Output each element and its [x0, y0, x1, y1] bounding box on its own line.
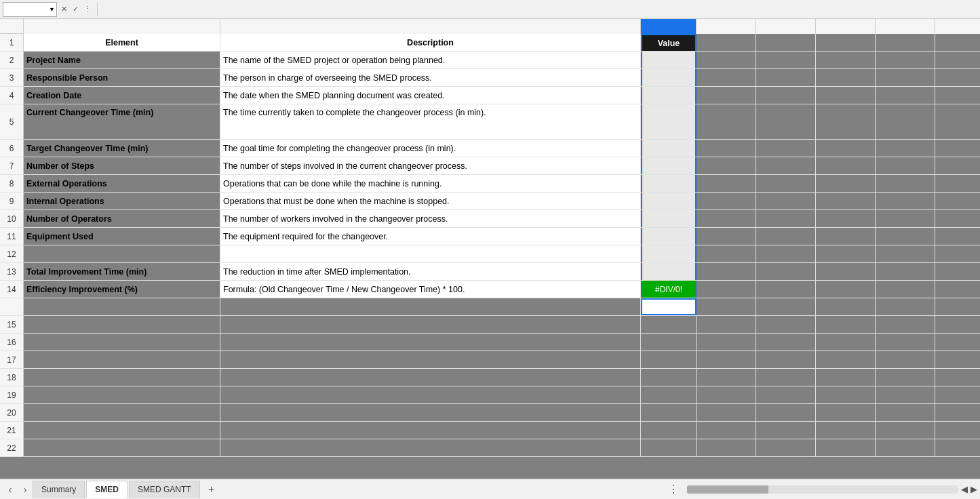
cell-c-19[interactable]: [641, 386, 697, 403]
cell-d-10[interactable]: [697, 210, 756, 227]
cell-g-18[interactable]: [876, 369, 935, 386]
cell-g-22[interactable]: [876, 439, 935, 456]
cell-c-13[interactable]: [641, 263, 697, 280]
cell-g-5[interactable]: [876, 104, 935, 139]
cell-f-8[interactable]: [816, 175, 876, 192]
cell-d-4[interactable]: [697, 87, 756, 104]
cell-e-12[interactable]: [756, 245, 816, 262]
cell-e-21[interactable]: [756, 422, 816, 439]
cell-f-7[interactable]: [816, 157, 876, 174]
cell-f-19[interactable]: [816, 386, 876, 403]
cell-ref-dropdown-icon[interactable]: ▾: [50, 5, 54, 13]
cell-b-4[interactable]: The date when the SMED planning document…: [220, 87, 641, 104]
cell-e-20[interactable]: [756, 404, 816, 421]
cell-e-9[interactable]: [756, 193, 816, 209]
cell-f-3[interactable]: [816, 69, 876, 86]
cell-c-8[interactable]: [641, 175, 697, 192]
cell-a-21[interactable]: [24, 422, 220, 439]
cell-d-18[interactable]: [697, 369, 756, 386]
cell-c-9[interactable]: [641, 193, 697, 209]
cell-c-14s-selected[interactable]: [641, 298, 697, 315]
cell-h-6[interactable]: [935, 140, 980, 157]
cell-c-3[interactable]: [641, 69, 697, 86]
cell-h-21[interactable]: [935, 422, 980, 439]
cell-e-17[interactable]: [756, 351, 816, 368]
cell-d-6[interactable]: [697, 140, 756, 157]
cell-e-6[interactable]: [756, 140, 816, 157]
cell-h-2[interactable]: [935, 52, 980, 68]
cell-c-17[interactable]: [641, 351, 697, 368]
cell-reference-box[interactable]: ▾: [3, 2, 57, 17]
col-header-d[interactable]: [697, 19, 756, 34]
cell-f-1[interactable]: [816, 34, 876, 51]
cell-g-16[interactable]: [876, 334, 935, 351]
cell-d-2[interactable]: [697, 52, 756, 68]
cell-c-15[interactable]: [641, 316, 697, 333]
cell-f-14[interactable]: [816, 281, 876, 298]
cell-h-19[interactable]: [935, 386, 980, 403]
cell-d-15[interactable]: [697, 316, 756, 333]
cell-c-12[interactable]: [641, 245, 697, 262]
formula-bar-more-icon[interactable]: ⋮: [83, 5, 93, 14]
cell-a-5[interactable]: Current Changeover Time (min): [24, 104, 220, 139]
cell-g-21[interactable]: [876, 422, 935, 439]
cell-c-10[interactable]: [641, 210, 697, 227]
cell-g-9[interactable]: [876, 193, 935, 209]
cell-a-17[interactable]: [24, 351, 220, 368]
cell-h-22[interactable]: [935, 439, 980, 456]
cell-e-10[interactable]: [756, 210, 816, 227]
cell-b-14[interactable]: Formula: (Old Changeover Time / New Chan…: [220, 281, 641, 298]
cell-a-14s[interactable]: [24, 298, 220, 315]
cell-f-10[interactable]: [816, 210, 876, 227]
cell-f-18[interactable]: [816, 369, 876, 386]
cell-b-17[interactable]: [220, 351, 641, 368]
cell-f-4[interactable]: [816, 87, 876, 104]
cell-d-19[interactable]: [697, 386, 756, 403]
cell-d-3[interactable]: [697, 69, 756, 86]
cell-a-11[interactable]: Equipment Used: [24, 228, 220, 245]
cell-b-20[interactable]: [220, 404, 641, 421]
formula-bar-confirm-icon[interactable]: ✓: [71, 5, 80, 14]
cell-c-11[interactable]: [641, 228, 697, 245]
cell-e-13[interactable]: [756, 263, 816, 280]
cell-g-12[interactable]: [876, 245, 935, 262]
cell-a-14[interactable]: Efficiency Improvement (%): [24, 281, 220, 298]
cell-b-12[interactable]: [220, 245, 641, 262]
col-header-a[interactable]: [24, 19, 220, 34]
cell-g-8[interactable]: [876, 175, 935, 192]
cell-d-17[interactable]: [697, 351, 756, 368]
cell-a-16[interactable]: [24, 334, 220, 351]
cell-e-3[interactable]: [756, 69, 816, 86]
col-header-b[interactable]: [220, 19, 641, 34]
cell-h-14[interactable]: [935, 281, 980, 298]
cell-g-10[interactable]: [876, 210, 935, 227]
cell-g-14s[interactable]: [876, 298, 935, 315]
cell-h-12[interactable]: [935, 245, 980, 262]
cell-d-13[interactable]: [697, 263, 756, 280]
cell-h-16[interactable]: [935, 334, 980, 351]
cell-g-17[interactable]: [876, 351, 935, 368]
cell-f-20[interactable]: [816, 404, 876, 421]
cell-a-9[interactable]: Internal Operations: [24, 193, 220, 209]
cell-d-14[interactable]: [697, 281, 756, 298]
cell-d-20[interactable]: [697, 404, 756, 421]
cell-g-13[interactable]: [876, 263, 935, 280]
cell-b-2[interactable]: The name of the SMED project or operatio…: [220, 52, 641, 68]
cell-e-15[interactable]: [756, 316, 816, 333]
cell-g-2[interactable]: [876, 52, 935, 68]
cell-c-4[interactable]: [641, 87, 697, 104]
cell-b-16[interactable]: [220, 334, 641, 351]
cell-e-1[interactable]: [756, 34, 816, 51]
cell-h-18[interactable]: [935, 369, 980, 386]
cell-h-9[interactable]: [935, 193, 980, 209]
cell-b-5[interactable]: The time currently taken to complete the…: [220, 104, 641, 139]
cell-d-8[interactable]: [697, 175, 756, 192]
col-header-e[interactable]: [756, 19, 816, 34]
cell-d-1[interactable]: [697, 34, 756, 51]
cell-f-22[interactable]: [816, 439, 876, 456]
cell-f-13[interactable]: [816, 263, 876, 280]
cell-e-5[interactable]: [756, 104, 816, 139]
cell-f-11[interactable]: [816, 228, 876, 245]
cell-e-22[interactable]: [756, 439, 816, 456]
cell-b-10[interactable]: The number of workers involved in the ch…: [220, 210, 641, 227]
